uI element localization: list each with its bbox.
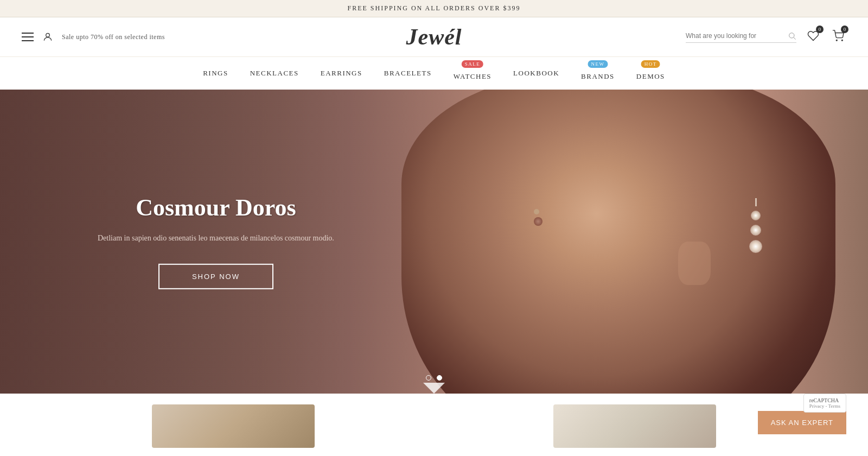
banner-text: FREE SHIPPING ON ALL ORDERS OVER $399 [348, 4, 521, 12]
nav-necklaces[interactable]: NECKLACES [250, 69, 299, 78]
cart-count: 0 [841, 26, 848, 33]
main-nav: RINGS NECKLACES EARRINGS BRACELETS Sale … [0, 56, 868, 90]
hamburger-menu[interactable] [22, 33, 34, 41]
hero-subtitle: Detliam in sapien odio senenatis leo mae… [98, 232, 334, 244]
search-form[interactable] [686, 31, 796, 43]
hero-section: Cosmour Doros Detliam in sapien odio sen… [0, 90, 868, 394]
svg-point-3 [836, 40, 837, 41]
ask-expert-button[interactable]: ASK AN EXPERT [758, 411, 846, 434]
slider-dots [426, 375, 442, 381]
bottom-teaser [0, 394, 868, 456]
site-header: Sale upto 70% off on selected items Jewé… [0, 17, 868, 56]
privacy-links[interactable]: Privacy - Terms [809, 403, 840, 409]
recaptcha-badge: reCAPTCHA Privacy - Terms [803, 394, 846, 413]
svg-line-2 [794, 37, 796, 40]
scroll-arrow[interactable] [423, 383, 445, 394]
teaser-item-2 [553, 404, 716, 448]
shop-now-button[interactable]: SHOP NOW [158, 264, 273, 289]
sale-announcement: Sale upto 70% off on selected items [62, 33, 165, 41]
search-icon[interactable] [788, 31, 796, 40]
user-icon[interactable] [42, 31, 53, 42]
slide-dot-1[interactable] [426, 375, 431, 381]
svg-point-1 [789, 33, 794, 37]
watches-sale-badge: Sale [462, 60, 484, 68]
site-logo[interactable]: Jewél [297, 24, 572, 50]
teaser-item-1 [152, 404, 315, 448]
hero-title: Cosmour Doros [98, 194, 334, 221]
wishlist-count: 0 [816, 26, 824, 33]
demos-hot-badge: Hot [641, 60, 660, 68]
portrait-base [401, 90, 835, 394]
header-left: Sale upto 70% off on selected items [22, 31, 297, 42]
earring-right [749, 198, 762, 253]
svg-point-4 [841, 40, 843, 41]
nav-lookbook[interactable]: LOOKBOOK [513, 69, 559, 78]
nav-rings[interactable]: RINGS [203, 69, 228, 78]
nav-earrings[interactable]: EARRINGS [321, 69, 362, 78]
brands-new-badge: New [588, 60, 608, 68]
search-input[interactable] [686, 32, 783, 40]
nav-demos[interactable]: Hot DEMOS [636, 66, 665, 81]
face-feature [678, 242, 711, 285]
free-shipping-banner: FREE SHIPPING ON ALL ORDERS OVER $399 [0, 0, 868, 17]
recaptcha-text: reCAPTCHA [809, 397, 840, 403]
header-right: 0 0 [571, 28, 846, 46]
hero-content: Cosmour Doros Detliam in sapien odio sen… [98, 194, 334, 289]
wishlist-button[interactable]: 0 [805, 28, 821, 46]
nav-watches[interactable]: Sale WATCHES [454, 66, 492, 81]
nav-brands[interactable]: New BRANDS [581, 66, 615, 81]
slide-dot-2[interactable] [437, 375, 442, 381]
earring-left [534, 209, 542, 230]
cart-button[interactable]: 0 [830, 28, 846, 46]
nav-bracelets[interactable]: BRACELETS [384, 69, 432, 78]
svg-point-0 [46, 33, 50, 37]
